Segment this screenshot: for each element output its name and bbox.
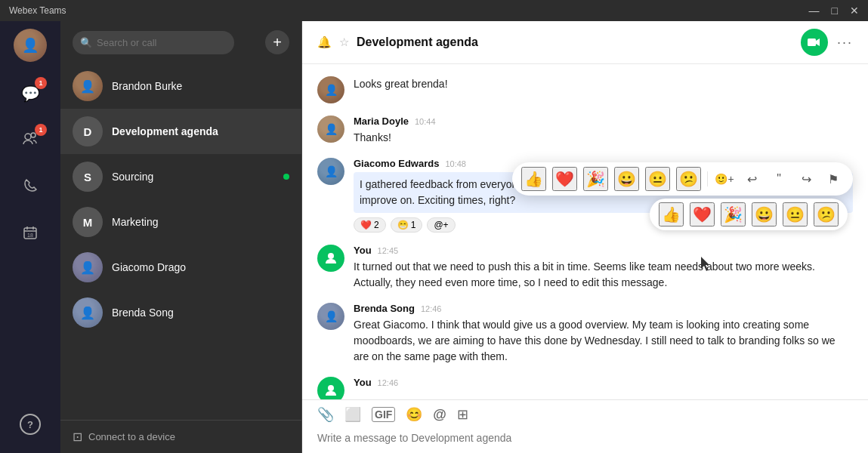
search-icon: 🔍 bbox=[80, 37, 92, 48]
reply-action[interactable]: ↩ bbox=[741, 168, 762, 190]
messages-container: 👤 Looks great brenda! 👤 Maria Doyle 10:4… bbox=[302, 64, 868, 399]
mention-icon[interactable]: @ bbox=[433, 407, 446, 423]
inline-emoji-neutral[interactable]: 😐 bbox=[783, 202, 808, 226]
search-input[interactable] bbox=[73, 31, 234, 54]
msg-avatar-self-1 bbox=[317, 245, 344, 272]
teams-badge: 1 bbox=[35, 124, 47, 136]
msg-header-6: You 12:46 bbox=[354, 377, 853, 388]
app-window: Webex Teams — □ ✕ 👤 💬 1 bbox=[0, 0, 868, 453]
contact-name-giacomo-drago: Giacomo Drago bbox=[112, 261, 289, 273]
svg-point-1 bbox=[31, 133, 36, 137]
chat-header: 🔔 ☆ Development agenda ··· bbox=[302, 21, 868, 64]
contact-item-giacomo-drago[interactable]: 👤 Giacomo Drago bbox=[60, 245, 301, 290]
svg-point-8 bbox=[328, 253, 334, 259]
avatar-sourcing: S bbox=[73, 162, 103, 192]
sidebar-item-teams[interactable]: 1 bbox=[14, 124, 47, 157]
toolbar-separator bbox=[707, 171, 708, 186]
sidebar-item-chat[interactable]: 💬 1 bbox=[14, 77, 47, 110]
message-you-1245: You 12:45 It turned out that we need to … bbox=[317, 245, 853, 291]
message-thanks: 👤 Maria Doyle 10:44 Thanks! bbox=[317, 116, 853, 146]
contact-item-marketing[interactable]: M Marketing bbox=[60, 199, 301, 245]
avatar-giacomo-drago: 👤 bbox=[73, 252, 103, 282]
inline-emoji-party[interactable]: 🎉 bbox=[721, 202, 746, 226]
sidebar-item-help[interactable]: ? bbox=[14, 408, 47, 441]
emoji-icon[interactable]: 😊 bbox=[406, 406, 422, 423]
contact-info-brandon: Brandon Burke bbox=[112, 80, 289, 92]
reaction-heart[interactable]: ❤️ 2 bbox=[354, 217, 386, 233]
apps-icon[interactable]: ⊞ bbox=[457, 406, 468, 423]
message-input[interactable] bbox=[317, 429, 853, 447]
msg-text-4: It turned out that we need to push this … bbox=[354, 259, 853, 291]
contact-list: 🔍 + 👤 Brandon Burke D Development agenda bbox=[60, 21, 302, 453]
message-input-bar: 📎 ⬜ GIF 😊 @ ⊞ bbox=[302, 399, 868, 453]
connect-icon: ⊡ bbox=[73, 430, 82, 444]
contact-info-giacomo-drago: Giacomo Drago bbox=[112, 261, 289, 273]
avatar-marketing: M bbox=[73, 207, 103, 237]
forward-action[interactable]: ↪ bbox=[795, 168, 817, 190]
gif-icon[interactable]: GIF bbox=[372, 407, 395, 422]
quick-emoji-thumbs-up[interactable]: 👍 bbox=[521, 167, 546, 191]
window-titlebar: Webex Teams — □ ✕ bbox=[0, 0, 868, 21]
quote-action[interactable]: " bbox=[768, 168, 789, 190]
msg-time-4: 12:45 bbox=[378, 246, 399, 255]
chat-header-left: 🔔 ☆ Development agenda bbox=[317, 35, 478, 49]
svg-point-9 bbox=[328, 385, 334, 391]
msg-content-6: You 12:46 bbox=[354, 377, 853, 399]
msg-sender-4: You bbox=[354, 245, 372, 256]
user-avatar[interactable]: 👤 bbox=[14, 29, 47, 62]
contact-item-brandon[interactable]: 👤 Brandon Burke bbox=[60, 63, 301, 109]
inline-emoji-smile[interactable]: 😀 bbox=[752, 202, 777, 226]
msg-sender-2: Maria Doyle bbox=[354, 116, 409, 127]
msg-avatar-self-2 bbox=[317, 377, 344, 399]
reaction-add[interactable]: @+ bbox=[427, 217, 455, 233]
chat-title: Development agenda bbox=[357, 35, 478, 49]
flag-action[interactable]: ⚑ bbox=[823, 168, 844, 190]
msg-header-2: Maria Doyle 10:44 bbox=[354, 116, 853, 127]
msg-sender-3: Giacomo Edwards bbox=[354, 158, 439, 169]
svg-point-0 bbox=[25, 134, 31, 140]
msg-content-4: You 12:45 It turned out that we need to … bbox=[354, 245, 853, 291]
contact-item-brenda-song[interactable]: 👤 Brenda Song bbox=[60, 290, 301, 335]
contact-info-brenda-song: Brenda Song bbox=[112, 307, 289, 319]
video-call-button[interactable] bbox=[801, 29, 828, 56]
message-looks-great: 👤 Looks great brenda! bbox=[317, 76, 853, 103]
contact-item-sourcing[interactable]: S Sourcing bbox=[60, 154, 301, 199]
connect-to-device-bar[interactable]: ⊡ Connect to a device bbox=[60, 420, 301, 453]
quick-emoji-sad[interactable]: 😕 bbox=[676, 167, 701, 191]
inline-emoji-heart[interactable]: ❤️ bbox=[690, 202, 715, 226]
quick-emoji-neutral[interactable]: 😐 bbox=[645, 167, 670, 191]
close-button[interactable]: ✕ bbox=[850, 5, 859, 17]
sidebar-item-calls[interactable] bbox=[14, 171, 47, 204]
emoji-quick-toolbar: 👍 ❤️ 🎉 😀 😐 😕 🙂+ ↩ " ↪ ⚑ bbox=[512, 162, 853, 196]
svg-rect-7 bbox=[808, 39, 816, 46]
inline-emoji-sad[interactable]: 😕 bbox=[814, 202, 839, 226]
contact-info-sourcing: Sourcing bbox=[112, 171, 274, 183]
add-reaction-action[interactable]: 🙂+ bbox=[714, 168, 735, 190]
minimize-button[interactable]: — bbox=[809, 5, 820, 17]
msg-sender-5: Brenda Song bbox=[354, 303, 415, 314]
connect-label: Connect to a device bbox=[88, 431, 175, 442]
sidebar-item-calendar[interactable]: 18 bbox=[14, 217, 47, 251]
quick-emoji-heart[interactable]: ❤️ bbox=[552, 167, 577, 191]
more-options-button[interactable]: ··· bbox=[837, 35, 853, 51]
search-wrapper: 🔍 bbox=[73, 31, 259, 54]
msg-time-3: 10:48 bbox=[445, 159, 466, 168]
message-you-1246: You 12:46 bbox=[317, 377, 853, 399]
add-contact-button[interactable]: + bbox=[265, 30, 289, 54]
quick-emoji-party[interactable]: 🎉 bbox=[583, 167, 608, 191]
online-indicator-sourcing bbox=[283, 174, 289, 180]
chat-bell-icon[interactable]: 🔔 bbox=[317, 35, 332, 49]
inline-emoji-bar: 👍 ❤️ 🎉 😀 😐 😕 bbox=[650, 199, 848, 230]
whiteboard-icon[interactable]: ⬜ bbox=[344, 406, 361, 423]
contact-item-development[interactable]: D Development agenda bbox=[60, 109, 301, 154]
avatar-brandon: 👤 bbox=[73, 71, 103, 101]
contact-name-brandon: Brandon Burke bbox=[112, 80, 289, 92]
window-controls: — □ ✕ bbox=[809, 5, 859, 17]
reaction-grin[interactable]: 😁 1 bbox=[391, 217, 423, 233]
attachment-icon[interactable]: 📎 bbox=[317, 406, 334, 423]
chat-pane: 🔔 ☆ Development agenda ··· bbox=[302, 21, 868, 453]
chat-star-icon[interactable]: ☆ bbox=[339, 35, 349, 49]
inline-emoji-thumbs-up[interactable]: 👍 bbox=[659, 202, 684, 226]
quick-emoji-smile[interactable]: 😀 bbox=[614, 167, 639, 191]
maximize-button[interactable]: □ bbox=[832, 5, 838, 17]
